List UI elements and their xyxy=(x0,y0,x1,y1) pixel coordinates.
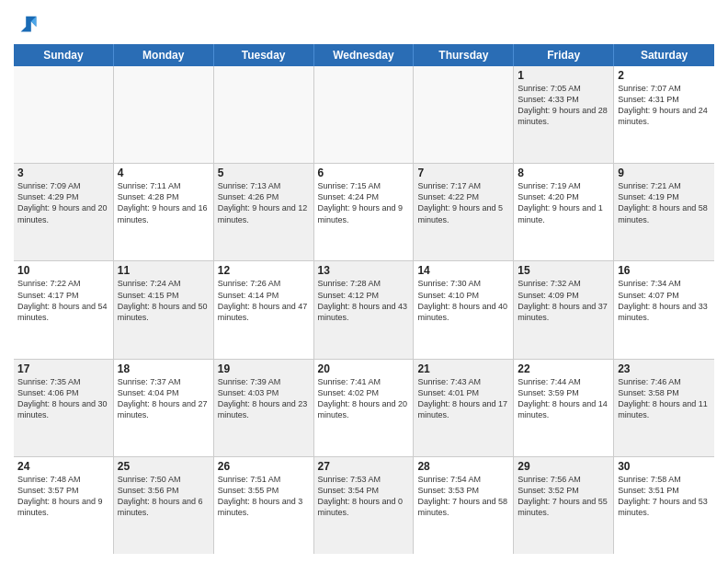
calendar-cell: 11Sunrise: 7:24 AM Sunset: 4:15 PM Dayli… xyxy=(114,261,214,358)
day-number: 19 xyxy=(218,362,310,375)
calendar-cell: 7Sunrise: 7:17 AM Sunset: 4:22 PM Daylig… xyxy=(414,164,514,260)
day-number: 22 xyxy=(518,362,609,375)
cell-text: Sunrise: 7:44 AM Sunset: 3:59 PM Dayligh… xyxy=(518,376,609,421)
calendar-row: 3Sunrise: 7:09 AM Sunset: 4:29 PM Daylig… xyxy=(14,164,714,261)
calendar-cell: 21Sunrise: 7:43 AM Sunset: 4:01 PM Dayli… xyxy=(414,360,514,456)
calendar-header-cell: Thursday xyxy=(414,44,514,66)
calendar-cell xyxy=(14,66,114,163)
cell-text: Sunrise: 7:53 AM Sunset: 3:54 PM Dayligh… xyxy=(318,474,410,519)
calendar-cell: 9Sunrise: 7:21 AM Sunset: 4:19 PM Daylig… xyxy=(614,164,714,260)
calendar-cell: 10Sunrise: 7:22 AM Sunset: 4:17 PM Dayli… xyxy=(14,261,114,358)
day-number: 23 xyxy=(618,362,711,375)
logo-text xyxy=(14,13,41,39)
cell-text: Sunrise: 7:34 AM Sunset: 4:07 PM Dayligh… xyxy=(618,278,711,323)
calendar-cell: 28Sunrise: 7:54 AM Sunset: 3:53 PM Dayli… xyxy=(414,457,514,554)
cell-text: Sunrise: 7:58 AM Sunset: 3:51 PM Dayligh… xyxy=(618,474,711,519)
calendar-cell: 5Sunrise: 7:13 AM Sunset: 4:26 PM Daylig… xyxy=(214,164,314,260)
calendar-cell: 27Sunrise: 7:53 AM Sunset: 3:54 PM Dayli… xyxy=(314,457,415,554)
calendar-cell: 3Sunrise: 7:09 AM Sunset: 4:29 PM Daylig… xyxy=(14,164,114,260)
day-number: 15 xyxy=(518,264,609,277)
calendar-cell: 19Sunrise: 7:39 AM Sunset: 4:03 PM Dayli… xyxy=(214,360,314,456)
calendar-cell: 16Sunrise: 7:34 AM Sunset: 4:07 PM Dayli… xyxy=(614,261,714,358)
calendar-header-cell: Tuesday xyxy=(214,44,314,66)
day-number: 1 xyxy=(518,69,609,82)
header xyxy=(14,9,714,39)
cell-text: Sunrise: 7:15 AM Sunset: 4:24 PM Dayligh… xyxy=(318,180,410,225)
day-number: 14 xyxy=(417,264,509,277)
calendar-cell: 15Sunrise: 7:32 AM Sunset: 4:09 PM Dayli… xyxy=(514,261,614,358)
calendar-cell: 25Sunrise: 7:50 AM Sunset: 3:56 PM Dayli… xyxy=(114,457,214,554)
day-number: 17 xyxy=(17,362,109,375)
day-number: 2 xyxy=(618,69,711,82)
calendar-cell: 4Sunrise: 7:11 AM Sunset: 4:28 PM Daylig… xyxy=(114,164,214,260)
calendar-cell xyxy=(414,66,514,163)
cell-text: Sunrise: 7:13 AM Sunset: 4:26 PM Dayligh… xyxy=(218,180,310,225)
calendar-cell: 12Sunrise: 7:26 AM Sunset: 4:14 PM Dayli… xyxy=(214,261,314,358)
cell-text: Sunrise: 7:32 AM Sunset: 4:09 PM Dayligh… xyxy=(518,278,609,323)
cell-text: Sunrise: 7:35 AM Sunset: 4:06 PM Dayligh… xyxy=(17,376,109,421)
calendar: SundayMondayTuesdayWednesdayThursdayFrid… xyxy=(14,44,714,554)
day-number: 27 xyxy=(318,460,410,473)
day-number: 28 xyxy=(417,460,509,473)
calendar-cell: 22Sunrise: 7:44 AM Sunset: 3:59 PM Dayli… xyxy=(514,360,614,456)
day-number: 30 xyxy=(618,460,711,473)
calendar-cell: 24Sunrise: 7:48 AM Sunset: 3:57 PM Dayli… xyxy=(14,457,114,554)
cell-text: Sunrise: 7:26 AM Sunset: 4:14 PM Dayligh… xyxy=(218,278,310,323)
calendar-row: 17Sunrise: 7:35 AM Sunset: 4:06 PM Dayli… xyxy=(14,360,714,457)
day-number: 7 xyxy=(417,167,509,179)
cell-text: Sunrise: 7:28 AM Sunset: 4:12 PM Dayligh… xyxy=(318,278,410,323)
calendar-row: 10Sunrise: 7:22 AM Sunset: 4:17 PM Dayli… xyxy=(14,261,714,359)
cell-text: Sunrise: 7:11 AM Sunset: 4:28 PM Dayligh… xyxy=(118,180,210,225)
day-number: 18 xyxy=(118,362,210,375)
calendar-row: 24Sunrise: 7:48 AM Sunset: 3:57 PM Dayli… xyxy=(14,457,714,554)
cell-text: Sunrise: 7:05 AM Sunset: 4:33 PM Dayligh… xyxy=(518,83,609,128)
calendar-cell: 29Sunrise: 7:56 AM Sunset: 3:52 PM Dayli… xyxy=(514,457,614,554)
day-number: 26 xyxy=(218,460,310,473)
calendar-header-cell: Wednesday xyxy=(314,44,415,66)
cell-text: Sunrise: 7:17 AM Sunset: 4:22 PM Dayligh… xyxy=(417,180,509,225)
calendar-cell: 8Sunrise: 7:19 AM Sunset: 4:20 PM Daylig… xyxy=(514,164,614,260)
cell-text: Sunrise: 7:22 AM Sunset: 4:17 PM Dayligh… xyxy=(17,278,109,323)
cell-text: Sunrise: 7:37 AM Sunset: 4:04 PM Dayligh… xyxy=(118,376,210,421)
calendar-cell: 20Sunrise: 7:41 AM Sunset: 4:02 PM Dayli… xyxy=(314,360,415,456)
logo xyxy=(14,13,41,39)
calendar-header-cell: Friday xyxy=(514,44,614,66)
calendar-header-cell: Monday xyxy=(114,44,214,66)
day-number: 3 xyxy=(17,167,109,179)
day-number: 24 xyxy=(17,460,109,473)
day-number: 20 xyxy=(318,362,410,375)
calendar-cell: 1Sunrise: 7:05 AM Sunset: 4:33 PM Daylig… xyxy=(514,66,614,163)
page: SundayMondayTuesdayWednesdayThursdayFrid… xyxy=(0,0,728,563)
day-number: 21 xyxy=(417,362,509,375)
cell-text: Sunrise: 7:56 AM Sunset: 3:52 PM Dayligh… xyxy=(518,474,609,519)
cell-text: Sunrise: 7:54 AM Sunset: 3:53 PM Dayligh… xyxy=(417,474,509,519)
calendar-cell: 17Sunrise: 7:35 AM Sunset: 4:06 PM Dayli… xyxy=(14,360,114,456)
cell-text: Sunrise: 7:09 AM Sunset: 4:29 PM Dayligh… xyxy=(17,180,109,225)
calendar-cell: 14Sunrise: 7:30 AM Sunset: 4:10 PM Dayli… xyxy=(414,261,514,358)
calendar-header-cell: Saturday xyxy=(614,44,714,66)
logo-icon xyxy=(16,13,41,39)
cell-text: Sunrise: 7:43 AM Sunset: 4:01 PM Dayligh… xyxy=(417,376,509,421)
day-number: 9 xyxy=(618,167,711,179)
cell-text: Sunrise: 7:30 AM Sunset: 4:10 PM Dayligh… xyxy=(417,278,509,323)
day-number: 5 xyxy=(218,167,310,179)
calendar-cell: 6Sunrise: 7:15 AM Sunset: 4:24 PM Daylig… xyxy=(314,164,415,260)
day-number: 6 xyxy=(318,167,410,179)
calendar-header: SundayMondayTuesdayWednesdayThursdayFrid… xyxy=(14,44,714,66)
calendar-cell: 2Sunrise: 7:07 AM Sunset: 4:31 PM Daylig… xyxy=(614,66,714,163)
calendar-cell xyxy=(114,66,214,163)
day-number: 10 xyxy=(17,264,109,277)
cell-text: Sunrise: 7:41 AM Sunset: 4:02 PM Dayligh… xyxy=(318,376,410,421)
calendar-cell: 18Sunrise: 7:37 AM Sunset: 4:04 PM Dayli… xyxy=(114,360,214,456)
calendar-header-cell: Sunday xyxy=(14,44,114,66)
day-number: 12 xyxy=(218,264,310,277)
cell-text: Sunrise: 7:46 AM Sunset: 3:58 PM Dayligh… xyxy=(618,376,711,421)
day-number: 11 xyxy=(118,264,210,277)
day-number: 16 xyxy=(618,264,711,277)
day-number: 29 xyxy=(518,460,609,473)
day-number: 13 xyxy=(318,264,410,277)
day-number: 4 xyxy=(118,167,210,179)
day-number: 25 xyxy=(118,460,210,473)
cell-text: Sunrise: 7:24 AM Sunset: 4:15 PM Dayligh… xyxy=(118,278,210,323)
calendar-cell: 23Sunrise: 7:46 AM Sunset: 3:58 PM Dayli… xyxy=(614,360,714,456)
